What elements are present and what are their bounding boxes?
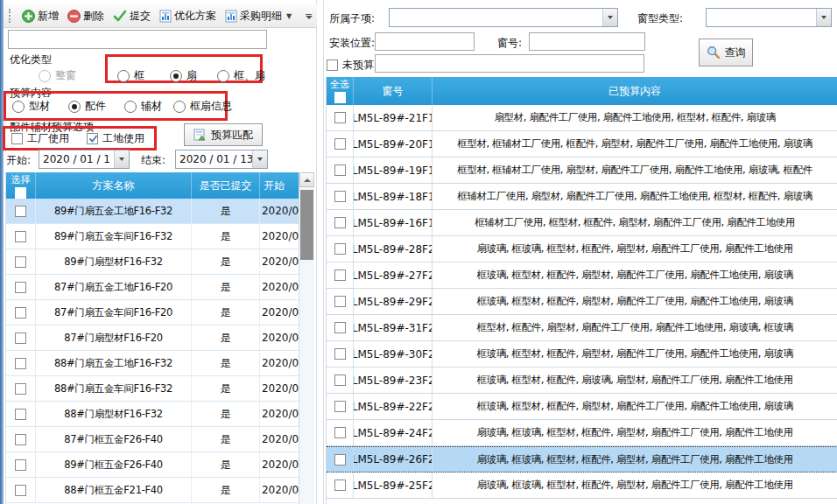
checkbox-unbudgeted[interactable]: 未预算:	[327, 58, 377, 73]
plan-table-row[interactable]: 89#门扇五金车间F16-F32 是 2020/0	[6, 224, 314, 249]
install-position-input[interactable]	[375, 32, 475, 51]
budgeted-content-cell: 扇型材, 扇配件工厂使用, 扇配件工地使用, 框型材, 框配件, 扇玻璃	[433, 105, 837, 130]
window-table-row[interactable]: LM5L-89#-27F25 框玻璃, 框型材, 框配件, 扇型材, 扇配件工厂…	[327, 262, 837, 289]
plan-table-row[interactable]: 89#门框五金F26-F40 是 2020/0	[6, 452, 314, 478]
row-checkbox[interactable]	[334, 322, 346, 333]
row-checkbox[interactable]	[334, 112, 346, 123]
select-all-checkbox[interactable]	[15, 187, 26, 199]
toolbar-grip[interactable]	[9, 9, 12, 23]
row-checkbox[interactable]	[15, 206, 26, 217]
plan-table-row[interactable]: 89#门扇五金工地F16-F32 是 2020/0	[6, 199, 314, 224]
row-checkbox[interactable]	[334, 401, 346, 412]
submit-button[interactable]: 提交	[109, 7, 155, 25]
plan-table-row[interactable]: 87#门扇五金车间F16-F20 是 2020/0	[6, 300, 314, 326]
purchase-detail-button[interactable]: 采购明细 ▼	[221, 7, 296, 25]
radio-frame[interactable]: 框	[117, 68, 144, 83]
window-type-select[interactable]	[706, 8, 832, 27]
window-table-row[interactable]: LM5L-89#-29F27 框玻璃, 框型材, 框配件, 扇型材, 扇配件工厂…	[327, 289, 837, 315]
row-checkbox[interactable]	[15, 485, 26, 496]
end-date-dropdown-button[interactable]	[252, 150, 267, 168]
toolbar-overflow-button[interactable]	[303, 8, 314, 25]
query-button[interactable]: 查询	[699, 38, 753, 66]
window-table-row[interactable]: LM5L-89#-26F24 扇玻璃, 框玻璃, 框型材, 框配件, 扇型材, …	[327, 446, 837, 472]
plan-table-scrollbar[interactable]	[299, 172, 314, 504]
window-table-row[interactable]: LM5L-89#-23F21 框玻璃, 框型材, 框配件, 扇玻璃, 扇型材, …	[327, 368, 837, 394]
row-checkbox[interactable]	[334, 374, 346, 386]
row-checkbox[interactable]	[15, 434, 26, 445]
plan-search-input[interactable]	[8, 30, 267, 49]
submitted-column-header[interactable]: 是否已提交	[192, 172, 260, 199]
window-table-row[interactable]: LM5L-89#-20F18 框型材, 框辅材工厂使用, 框配件, 扇型材, 扇…	[327, 131, 837, 158]
radio-profile[interactable]: 型材	[12, 99, 50, 114]
select-all-checkbox[interactable]	[334, 92, 346, 103]
row-checkbox[interactable]	[334, 164, 346, 176]
radio-whole-window[interactable]: 整窗	[39, 68, 76, 83]
row-checkbox[interactable]	[334, 217, 346, 228]
scrollbar-thumb[interactable]	[300, 190, 313, 260]
panel-splitter[interactable]	[316, 0, 317, 504]
plan-table-row[interactable]: 88#门扇五金工地F16-F32 是 2020/0	[6, 351, 314, 376]
plan-table-row[interactable]: 88#门扇五金车间F16-F32 是 2020/0	[6, 376, 314, 402]
checkbox-factory-use[interactable]: 工厂使用	[11, 131, 69, 146]
scroll-up-button[interactable]	[299, 172, 314, 187]
window-number-column-header[interactable]: 窗号	[354, 77, 433, 105]
row-checkbox[interactable]	[334, 138, 346, 150]
radio-auxiliary[interactable]: 辅材	[124, 99, 162, 114]
radio-frame-sash-info[interactable]: 框扇信息	[173, 99, 232, 114]
row-checkbox[interactable]	[15, 383, 26, 395]
row-checkbox[interactable]	[334, 191, 346, 202]
row-checkbox[interactable]	[334, 243, 346, 255]
window-table-row[interactable]: LM5L-89#-22F20 框玻璃, 框型材, 框配件, 扇型材, 扇配件工厂…	[327, 394, 837, 420]
row-checkbox[interactable]	[334, 454, 346, 466]
window-table-row[interactable]: LM5L-89#-16F15 框辅材工厂使用, 框型材, 框配件, 扇型材, 扇…	[327, 210, 837, 236]
row-checkbox[interactable]	[334, 427, 346, 438]
plan-table-row[interactable]: 87#门扇五金工地F16-F20 是 2020/0	[6, 275, 314, 300]
window-table-row[interactable]: LM5L-89#-30F28 框玻璃, 框型材, 框配件, 扇型材, 扇配件工厂…	[327, 341, 837, 368]
budget-match-button[interactable]: 预算匹配	[184, 123, 263, 146]
checkbox-site-use[interactable]: 工地使用	[87, 131, 144, 146]
sub-item-dropdown-button[interactable]	[602, 9, 617, 26]
plan-table-row[interactable]: 89#门扇型材F16-F32 是 2020/0	[6, 249, 314, 275]
radio-accessory[interactable]: 配件	[68, 99, 106, 114]
row-checkbox[interactable]	[15, 459, 26, 471]
row-checkbox[interactable]	[15, 307, 26, 318]
radio-sash[interactable]: 扇	[170, 68, 197, 83]
row-checkbox[interactable]	[15, 256, 26, 268]
delete-button[interactable]: 删除	[63, 7, 109, 25]
row-checkbox[interactable]	[15, 231, 26, 242]
plan-table-row[interactable]: 87#门扇型材F16-F20 是 2020/0	[6, 326, 314, 351]
window-table-row[interactable]: LM5L-89#-28F26 扇玻璃, 框玻璃, 框型材, 框配件, 扇型材, …	[327, 236, 837, 262]
window-table-row[interactable]: LM5L-89#-24F22 扇玻璃, 框玻璃, 框型材, 框配件, 扇型材, …	[327, 420, 837, 446]
row-checkbox[interactable]	[334, 296, 346, 307]
row-checkbox[interactable]	[334, 348, 346, 360]
window-number-input[interactable]	[529, 32, 645, 51]
optimize-plan-button[interactable]: 优化方案	[155, 7, 221, 25]
window-table-row[interactable]: LM5L-89#-25F23 扇玻璃, 框玻璃, 框型材, 框配件, 扇型材, …	[327, 472, 837, 499]
radio-frame-sash[interactable]: 框、扇	[217, 68, 265, 83]
row-checkbox[interactable]	[15, 409, 26, 420]
window-table-row[interactable]: LM5L-89#-18F16 框辅材工厂使用, 扇型材, 扇配件工厂使用, 扇配…	[327, 184, 837, 210]
budgeted-content-column-header[interactable]: 已预算内容	[433, 77, 837, 105]
row-checkbox[interactable]	[15, 358, 26, 369]
sub-item-select[interactable]	[389, 8, 618, 27]
select-all-column-header[interactable]: 全选	[327, 77, 354, 105]
name-column-header[interactable]: 方案名称	[36, 172, 192, 199]
window-type-dropdown-button[interactable]	[816, 9, 831, 26]
unbudgeted-input[interactable]	[375, 54, 644, 73]
plan-table-row[interactable]: 88#门扇型材F16-F32 是 2020/0	[6, 402, 314, 427]
plan-table-row[interactable]: 87#门框五金F26-F40 是 2020/0	[6, 427, 314, 452]
select-column-header[interactable]: 选择	[6, 172, 36, 199]
start-date-dropdown-button[interactable]	[114, 150, 129, 168]
row-checkbox[interactable]	[334, 480, 346, 491]
row-checkbox[interactable]	[15, 282, 26, 293]
plan-table-row[interactable]: 88#门框五金F21-F40 是 2020/0	[6, 478, 314, 503]
add-button[interactable]: 新增	[18, 7, 63, 25]
row-checkbox[interactable]	[15, 332, 26, 344]
row-checkbox[interactable]	[334, 270, 346, 281]
window-table-row[interactable]: LM5L-89#-21F19 扇型材, 扇配件工厂使用, 扇配件工地使用, 框型…	[327, 105, 837, 131]
start-column-header[interactable]: 开始	[260, 172, 299, 199]
window-table-row[interactable]: LM5L-89#-19F17 框型材, 框辅材工厂使用, 扇型材, 扇配件工厂使…	[327, 158, 837, 184]
start-date-picker[interactable]: 2020 / 01 / 1	[39, 150, 130, 169]
window-table-row[interactable]: LM5L-89#-31F29 框型材, 框配件, 扇型材, 扇配件工厂使用, 扇…	[327, 315, 837, 341]
end-date-picker[interactable]: 2020 / 01 / 13	[175, 150, 268, 169]
